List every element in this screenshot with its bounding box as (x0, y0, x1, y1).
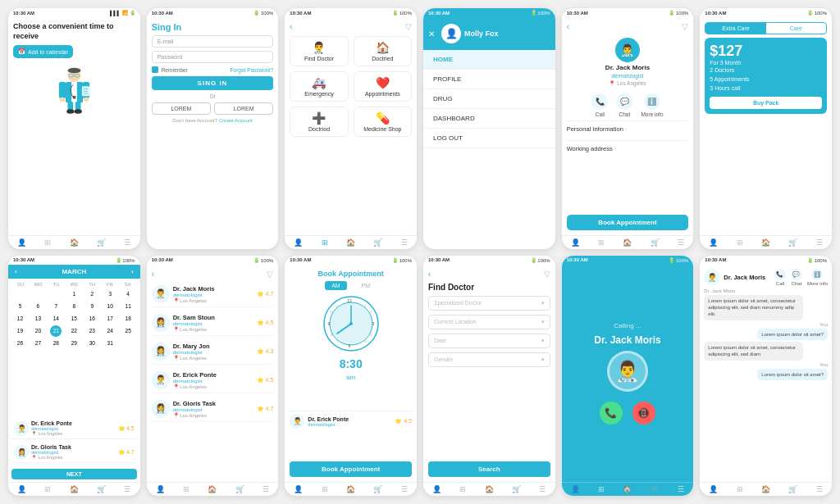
nav-menu-icon-3[interactable]: ☰ (401, 238, 408, 247)
nav-p5-3[interactable]: 🏠 (623, 238, 632, 247)
nav-p9-3[interactable]: 🏠 (346, 485, 355, 493)
personal-info-row[interactable]: Personal Information › (567, 120, 689, 137)
doctried-card[interactable]: 🏠 Doctried (354, 36, 412, 66)
chat-action[interactable]: 💬 Chat (616, 93, 632, 117)
nav-p6-3[interactable]: 🏠 (761, 238, 770, 247)
specialized-select[interactable]: Specialized Doctor ▾ (428, 296, 550, 311)
prev-month-button[interactable]: ‹ (15, 268, 17, 275)
nav-p9-5[interactable]: ☰ (401, 485, 408, 493)
nav-p10-2[interactable]: ⊞ (459, 485, 466, 493)
menu-logout[interactable]: LOG OUT (423, 129, 555, 148)
nav-p11-3[interactable]: 🏠 (623, 485, 632, 493)
nav-p7-4[interactable]: 🛒 (97, 485, 106, 493)
filter-icon[interactable]: ▽ (405, 22, 412, 31)
nav-p7-1[interactable]: 👤 (17, 485, 26, 493)
chat-call-action[interactable]: 📞 Call (774, 269, 786, 286)
nav-menu-icon[interactable]: ☰ (124, 238, 130, 247)
doc-list-item-4[interactable]: 👨‍⚕️ Dr. Erick Ponte dermatologist 📍 Los… (152, 368, 274, 393)
nav-p9-2[interactable]: ⊞ (322, 485, 328, 493)
nav-p6-1[interactable]: 👤 (709, 238, 718, 247)
doctriod-card[interactable]: ➕ Doctriod (290, 107, 348, 137)
next-button-7[interactable]: NEXT (11, 469, 137, 479)
nav-person-icon[interactable]: 👤 (17, 238, 26, 247)
nav-p8-3[interactable]: 🏠 (208, 485, 217, 493)
nav-home-icon[interactable]: 🏠 (70, 238, 79, 247)
nav-p6-2[interactable]: ⊞ (737, 238, 743, 247)
nav-p12-2[interactable]: ⊞ (737, 485, 743, 493)
nav-p10-3[interactable]: 🏠 (485, 485, 494, 493)
chat-info-action[interactable]: ℹ️ More info (807, 269, 828, 286)
nav-p12-3[interactable]: 🏠 (761, 485, 770, 493)
nav-grid-icon[interactable]: ⊞ (44, 238, 51, 247)
nav-home-icon-3[interactable]: 🏠 (346, 238, 355, 247)
nav-p7-5[interactable]: ☰ (124, 485, 130, 493)
nav-p7-3[interactable]: 🏠 (70, 485, 79, 493)
nav-p8-2[interactable]: ⊞ (183, 485, 189, 493)
find-doctor-card[interactable]: 👨‍⚕️ Find Doctor (290, 36, 348, 66)
more-info-action[interactable]: ℹ️ More info (641, 93, 663, 117)
accept-call-button[interactable]: 📞 (600, 402, 623, 425)
search-button[interactable]: Search (428, 461, 550, 477)
nav-p11-4[interactable]: 🛒 (651, 485, 660, 493)
appointments-card[interactable]: ❤️ Appointments (354, 71, 412, 102)
back-arrow-icon[interactable]: ‹ (290, 22, 292, 31)
nav-p10-4[interactable]: 🛒 (512, 485, 521, 493)
doc-item-7-1[interactable]: 👨‍⚕️ Dr. Erick Ponte dermatologist 📍 Los… (11, 418, 137, 439)
book-appointment-button-5[interactable]: Book Appointment (567, 215, 689, 230)
menu-dashboard[interactable]: DASHBOARD (423, 109, 555, 129)
nav-p11-2[interactable]: ⊞ (598, 485, 605, 493)
chat-chat-action[interactable]: 💬 Chat (791, 269, 802, 286)
doc-list-item-2[interactable]: 👩‍⚕️ Dr. Sam Stoun dermatologist 📍 Los A… (152, 311, 274, 336)
filter-icon-8[interactable]: ▽ (267, 270, 273, 279)
care-tab[interactable]: Care (766, 23, 826, 34)
nav-p12-1[interactable]: 👤 (709, 485, 718, 493)
buy-pack-button[interactable]: Buy Pack (710, 97, 822, 109)
nav-p7-2[interactable]: ⊞ (44, 485, 51, 493)
add-to-calendar-button[interactable]: 📅 Add to calendar (13, 45, 73, 58)
working-address-row[interactable]: Working address › (567, 140, 689, 157)
nav-p9-4[interactable]: 🛒 (373, 485, 382, 493)
doc-list-item-3[interactable]: 👩‍⚕️ Dr. Mary Jon dermatologist 📍 Los An… (152, 339, 274, 365)
medicine-shop-card[interactable]: 💊 Medicine Shop (354, 107, 412, 137)
date-select[interactable]: Date ▾ (428, 334, 550, 348)
nav-p12-4[interactable]: 🛒 (788, 485, 797, 493)
nav-p8-1[interactable]: 👤 (156, 485, 165, 493)
nav-p6-5[interactable]: ☰ (816, 238, 823, 247)
nav-p8-5[interactable]: ☰ (262, 485, 269, 493)
am-button[interactable]: AM (325, 281, 347, 290)
back-arrow-10[interactable]: ‹ (428, 270, 431, 279)
nav-p10-1[interactable]: 👤 (432, 485, 441, 493)
menu-profile[interactable]: PROFILE (423, 70, 555, 89)
filter-icon-10[interactable]: ▽ (544, 270, 550, 279)
create-account-link[interactable]: Create Account (219, 118, 253, 123)
nav-p6-4[interactable]: 🛒 (788, 238, 797, 247)
nav-cart-icon[interactable]: 🛒 (97, 238, 106, 247)
nav-person-icon-3[interactable]: 👤 (294, 238, 303, 247)
close-icon[interactable]: ✕ (428, 30, 435, 39)
nav-p9-1[interactable]: 👤 (294, 485, 303, 493)
nav-p8-4[interactable]: 🛒 (235, 485, 244, 493)
doc-list-item-5[interactable]: 👩‍⚕️ Dr. Gloris Task dermatologist 📍 Los… (152, 397, 274, 422)
doc-item-7-2[interactable]: 👩‍⚕️ Dr. Gloris Task dermatologist 📍 Los… (11, 442, 137, 463)
location-select[interactable]: Current Location ▾ (428, 315, 550, 329)
nav-p5-2[interactable]: ⊞ (598, 238, 605, 247)
menu-home[interactable]: HOME (423, 50, 555, 70)
menu-drug[interactable]: DRUG (423, 89, 555, 109)
book-appointment-button-9[interactable]: Book Appointment (290, 461, 412, 477)
nav-p5-5[interactable]: ☰ (678, 238, 684, 247)
email-field[interactable]: E-mail (152, 35, 274, 48)
gender-select[interactable]: Gender ▾ (428, 352, 550, 367)
emergency-card[interactable]: 🚑 Emergency (290, 71, 348, 102)
nav-p10-5[interactable]: ☰ (539, 485, 546, 493)
nav-p5-4[interactable]: 🛒 (651, 238, 660, 247)
lorem-button-2[interactable]: LOREM (214, 102, 273, 115)
lorem-button-1[interactable]: LOREM (152, 102, 211, 115)
decline-call-button[interactable]: 📵 (632, 402, 655, 425)
doc-list-item-1[interactable]: 👨‍⚕️ Dr. Jack Moris dermatologist 📍 Los … (152, 282, 274, 307)
extra-care-tab[interactable]: Extra Care (705, 23, 765, 34)
nav-p12-5[interactable]: ☰ (816, 485, 823, 493)
signin-button[interactable]: SING IN (152, 76, 274, 90)
nav-grid-icon-3[interactable]: ⊞ (322, 238, 328, 247)
pm-button[interactable]: PM (355, 281, 377, 290)
next-month-button[interactable]: › (131, 268, 134, 275)
